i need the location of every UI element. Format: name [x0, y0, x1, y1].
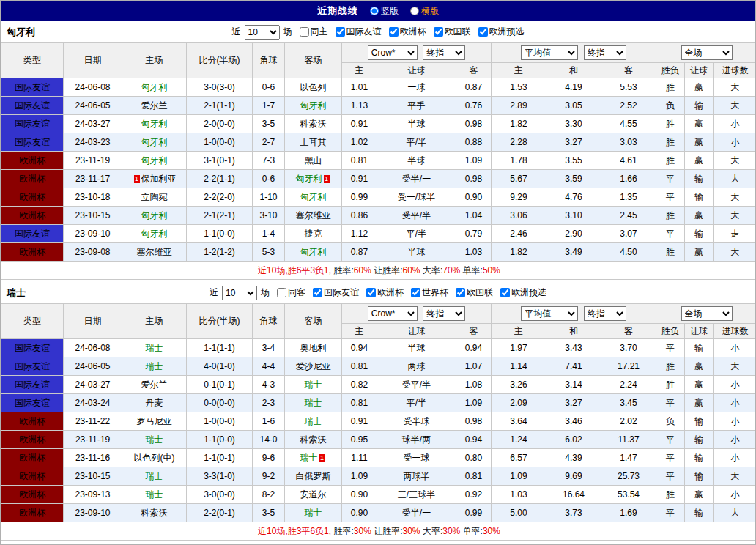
- team-name-text: 黑山: [305, 155, 322, 166]
- filter-checkbox[interactable]: 同主: [300, 26, 328, 38]
- away-team-cell: 匈牙利1: [285, 170, 342, 188]
- league-type-cell: 欧洲杯: [1, 504, 64, 522]
- bookmaker-select[interactable]: Crow*: [368, 45, 418, 60]
- avg-away-odds-cell: 2.24: [601, 376, 656, 394]
- filter-checkbox-label: 欧洲预选: [511, 286, 546, 299]
- match-count-select[interactable]: 10: [245, 25, 280, 40]
- filter-checkbox[interactable]: 欧国联: [434, 26, 471, 38]
- summary-segment: 30%: [403, 526, 420, 536]
- average-select[interactable]: 平均值: [521, 306, 578, 321]
- avg-away-odds-cell: 1.69: [601, 504, 656, 522]
- handicap-result-cell: 输: [685, 188, 714, 207]
- avg-draw-odds-cell: 3.14: [546, 376, 601, 394]
- match-row: 国际友谊 24-06-05 瑞士 4-0(1-0) 4-4 爱沙尼亚 0.81 …: [1, 357, 756, 376]
- filter-checkbox-input[interactable]: [478, 27, 488, 37]
- odds-stage-select[interactable]: 终指: [423, 306, 465, 321]
- league-type-cell: 欧洲杯: [1, 207, 64, 225]
- sub-column-header: 和: [546, 63, 601, 78]
- filter-prefix: 近: [210, 286, 218, 299]
- filter-checkbox[interactable]: 欧洲杯: [366, 286, 404, 299]
- scope-select[interactable]: 全场: [681, 45, 733, 60]
- goals-over-under-cell: 小: [714, 431, 756, 449]
- avg-draw-odds-cell: 16.64: [546, 486, 601, 504]
- filter-checkbox-input[interactable]: [456, 288, 465, 297]
- team-name-text: 奥地利: [300, 343, 327, 353]
- filter-checkbox-input[interactable]: [411, 288, 420, 297]
- team-name-text: 匈牙利: [296, 174, 322, 184]
- layout-radio-horizontal[interactable]: 横版: [410, 5, 439, 18]
- goals-over-under-cell: 小: [714, 486, 756, 504]
- win-loss-cell: 平: [656, 467, 685, 486]
- away-team-cell: 科索沃: [285, 431, 342, 449]
- date-cell: 24-03-23: [64, 133, 122, 152]
- bookmaker-select[interactable]: Crow*: [368, 306, 418, 321]
- team-name-text: 瑞士: [300, 453, 318, 463]
- team-name-text: 匈牙利: [141, 229, 168, 239]
- filter-checkbox-input[interactable]: [366, 288, 376, 297]
- avg-stage-select[interactable]: 终指: [584, 45, 626, 60]
- filter-checkbox[interactable]: 欧洲杯: [389, 26, 426, 38]
- handicap-result-cell: 赢: [685, 376, 714, 394]
- filter-checkbox[interactable]: 世界杯: [411, 286, 448, 299]
- handicap-cell: 受一球: [377, 449, 456, 467]
- match-row: 欧洲杯 23-10-15 匈牙利 2-1(2-1) 3-10 塞尔维亚 0.86…: [1, 207, 756, 225]
- match-row: 国际友谊 24-06-08 匈牙利 3-0(3-0) 0-6 以色列 1.01 …: [1, 78, 756, 97]
- filter-suffix: 场: [284, 26, 292, 38]
- layout-radio-vertical[interactable]: 竖版: [370, 5, 399, 18]
- filter-checkbox-input[interactable]: [500, 288, 510, 297]
- odds-home-cell: 0.99: [342, 188, 377, 207]
- score-cell: 2-1(1-1): [187, 97, 253, 115]
- filter-checkbox-input[interactable]: [277, 288, 286, 297]
- handicap-result-cell: 赢: [685, 152, 714, 170]
- filter-checkbox-input[interactable]: [434, 27, 443, 37]
- away-team-cell: 匈牙利: [285, 188, 342, 207]
- match-count-select[interactable]: 10: [222, 286, 257, 300]
- sub-column-header: 胜负: [656, 63, 685, 78]
- filter-checkbox[interactable]: 欧国联: [456, 286, 493, 299]
- odds-stage-select[interactable]: 终指: [423, 45, 465, 60]
- goals-over-under-cell: 大: [714, 188, 756, 207]
- avg-stage-select[interactable]: 终指: [584, 306, 626, 321]
- filter-checkbox[interactable]: 国际友谊: [313, 286, 359, 299]
- horizontal-radio-label: 横版: [421, 5, 439, 18]
- avg-home-odds-cell: 2.89: [492, 97, 546, 115]
- average-select[interactable]: 平均值: [521, 45, 578, 60]
- avg-away-odds-cell: 4.50: [601, 243, 656, 262]
- corner-cell: 14-0: [253, 431, 285, 449]
- handicap-result-cell: 赢: [685, 357, 714, 376]
- home-team-cell: 匈牙利: [122, 115, 187, 133]
- filter-checkbox[interactable]: 欧洲预选: [478, 26, 525, 38]
- sub-column-header: 进球数: [714, 324, 756, 339]
- filter-checkbox[interactable]: 同客: [277, 286, 305, 299]
- handicap-result-cell: 输: [685, 339, 714, 357]
- team-name-text: 瑞士: [146, 434, 163, 445]
- goals-over-under-cell: 小: [714, 449, 756, 467]
- summary-segment: 胜率:: [333, 526, 353, 536]
- score-cell: 1-1(0-0): [187, 225, 253, 243]
- filter-checkbox-input[interactable]: [336, 27, 345, 37]
- scope-select[interactable]: 全场: [681, 306, 733, 321]
- vertical-radio-input[interactable]: [370, 7, 379, 15]
- date-cell: 24-03-24: [64, 394, 122, 412]
- score-cell: 4-0(1-0): [187, 357, 253, 376]
- horizontal-radio-input[interactable]: [410, 7, 419, 15]
- score-cell: 0-0(0-0): [187, 394, 253, 412]
- win-loss-cell: 平: [656, 339, 685, 357]
- avg-home-odds-cell: 2.09: [492, 394, 546, 412]
- match-row: 欧洲杯 23-09-10 科索沃 2-2(0-1) 3-5 瑞士 0.90 受半…: [1, 504, 756, 522]
- summary-cell: 近10场,胜6平3负1, 胜率:60% 让胜率:60% 大率:70% 单率:50…: [1, 262, 756, 280]
- sub-column-header: 客: [456, 63, 492, 78]
- filter-checkbox-input[interactable]: [389, 27, 399, 37]
- odds-away-cell: 0.87: [456, 78, 492, 97]
- filter-checkbox-input[interactable]: [300, 27, 309, 37]
- handicap-cell: 半球: [377, 115, 456, 133]
- sub-column-header: 主: [342, 324, 377, 339]
- corner-cell: 0-6: [253, 78, 285, 97]
- sub-column-header: 让球: [377, 63, 456, 78]
- filter-checkbox[interactable]: 欧洲预选: [500, 286, 546, 299]
- corner-cell: 4-4: [253, 357, 285, 376]
- column-header: 主场: [122, 43, 187, 78]
- summary-segment: 70%: [442, 265, 460, 275]
- filter-checkbox-input[interactable]: [313, 288, 322, 297]
- filter-checkbox[interactable]: 国际友谊: [336, 26, 382, 38]
